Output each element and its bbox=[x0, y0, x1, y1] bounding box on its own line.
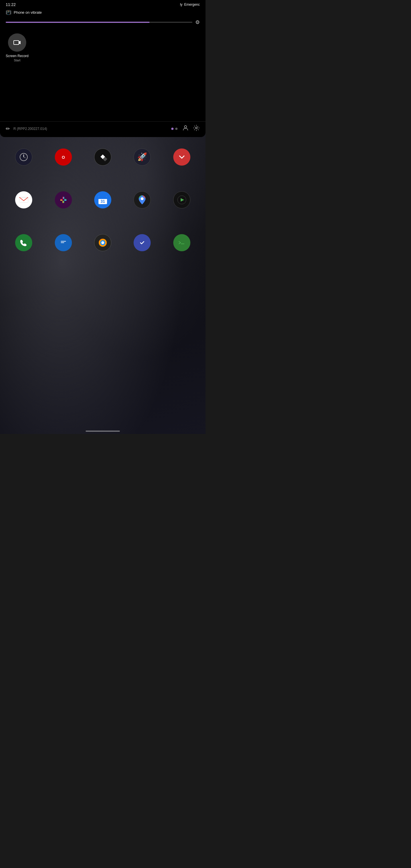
svg-rect-14 bbox=[64, 199, 66, 200]
screen-record-icon bbox=[13, 38, 21, 46]
app-slack-wrapper[interactable] bbox=[53, 191, 74, 209]
app-messages-icon bbox=[55, 234, 72, 251]
svg-rect-12 bbox=[60, 199, 63, 200]
svg-point-3 bbox=[195, 127, 197, 129]
app-terminal-wrapper[interactable] bbox=[171, 234, 192, 251]
app-office-wrapper[interactable]: O bbox=[53, 149, 74, 165]
screen-record-sublabel: Start bbox=[14, 59, 20, 62]
svg-point-2 bbox=[184, 126, 187, 128]
svg-rect-17 bbox=[60, 200, 63, 201]
brightness-fill bbox=[6, 22, 150, 23]
app-maps-icon bbox=[133, 191, 151, 209]
row-spacer-1 bbox=[4, 174, 201, 191]
app-gmail-wrapper[interactable] bbox=[13, 191, 34, 209]
brightness-icon: ⚙ bbox=[195, 19, 200, 25]
svg-rect-18 bbox=[63, 197, 64, 199]
app-row-2: 31 bbox=[4, 191, 201, 209]
screen-record-label: Screen Record bbox=[6, 54, 29, 58]
app-grid: O 🚀 bbox=[0, 143, 205, 266]
app-rocket-wrapper[interactable]: 🚀 bbox=[132, 149, 152, 165]
app-gmail-icon bbox=[15, 191, 32, 209]
svg-rect-0 bbox=[14, 40, 19, 44]
svg-rect-15 bbox=[63, 201, 64, 203]
app-tasks-icon bbox=[133, 234, 151, 251]
svg-rect-19 bbox=[64, 200, 66, 201]
status-bar-left: 11:22 bbox=[6, 2, 16, 7]
app-clock-wrapper[interactable] bbox=[13, 149, 34, 165]
app-pocket-icon bbox=[173, 149, 190, 165]
app-slack-icon bbox=[55, 191, 72, 209]
app-maps-wrapper[interactable] bbox=[132, 191, 152, 209]
app-phone-icon bbox=[15, 234, 32, 251]
app-terminal-icon bbox=[173, 234, 190, 251]
app-tidal-icon bbox=[94, 149, 111, 165]
screen-record-tile[interactable]: Screen Record Start bbox=[6, 33, 29, 62]
app-tidal-wrapper[interactable] bbox=[92, 149, 113, 165]
panel-page-dots bbox=[171, 128, 178, 130]
build-text: R (RPP2.200227.014) bbox=[13, 127, 171, 131]
svg-rect-16 bbox=[63, 201, 63, 203]
status-bar-right: ly Emergenc bbox=[180, 3, 200, 6]
app-row-1: O 🚀 bbox=[4, 149, 201, 165]
emergency-label: Emergenc bbox=[184, 3, 200, 6]
quick-tiles: Screen Record Start bbox=[0, 29, 205, 65]
signal-label: ly bbox=[180, 3, 183, 6]
brightness-control[interactable]: ⚙ bbox=[0, 17, 205, 29]
app-calendar-icon: 31 bbox=[94, 191, 111, 209]
app-rocket-icon: 🚀 bbox=[133, 149, 151, 165]
svg-rect-13 bbox=[63, 197, 63, 199]
svg-point-30 bbox=[138, 239, 146, 247]
panel-bottom-bar: ✏ R (RPP2.200227.014) bbox=[0, 121, 205, 137]
app-tasks-wrapper[interactable] bbox=[132, 234, 152, 251]
settings-icon[interactable] bbox=[193, 124, 200, 133]
status-bar: 11:22 ly Emergenc bbox=[0, 0, 205, 8]
svg-line-6 bbox=[24, 157, 25, 158]
app-office-icon: O bbox=[55, 149, 72, 165]
screen-record-icon-circle bbox=[8, 33, 26, 52]
app-messages-wrapper[interactable] bbox=[53, 234, 74, 251]
app-row-3 bbox=[4, 234, 201, 251]
app-firefox-wrapper[interactable] bbox=[92, 234, 113, 251]
svg-text:31: 31 bbox=[100, 199, 105, 204]
user-icon[interactable] bbox=[182, 124, 189, 133]
svg-rect-31 bbox=[177, 238, 186, 247]
svg-point-24 bbox=[141, 197, 144, 200]
app-calendar-wrapper[interactable]: 31 bbox=[92, 191, 113, 209]
dot-1 bbox=[171, 128, 173, 130]
app-play-wrapper[interactable] bbox=[171, 191, 192, 209]
app-pocket-wrapper[interactable] bbox=[171, 149, 192, 165]
row-spacer-2 bbox=[4, 217, 201, 234]
app-phone-wrapper[interactable] bbox=[13, 234, 34, 251]
panel-edit-icon[interactable]: ✏ bbox=[6, 126, 10, 132]
brightness-track[interactable] bbox=[6, 22, 192, 23]
vibrate-text: Phone on vibrate bbox=[14, 10, 42, 14]
panel-spacer bbox=[0, 65, 205, 121]
vibrate-notification: 📳 Phone on vibrate bbox=[0, 8, 205, 17]
vibrate-icon: 📳 bbox=[6, 10, 11, 15]
app-play-icon bbox=[173, 191, 190, 209]
dot-2 bbox=[175, 128, 178, 130]
app-clock-icon bbox=[15, 149, 32, 165]
time-display: 11:22 bbox=[6, 2, 16, 7]
svg-point-29 bbox=[101, 241, 104, 244]
home-indicator[interactable] bbox=[86, 431, 120, 432]
svg-text:O: O bbox=[62, 155, 65, 160]
notification-panel: 11:22 ly Emergenc 📳 Phone on vibrate ⚙ bbox=[0, 0, 205, 137]
app-firefox-icon bbox=[94, 234, 111, 251]
